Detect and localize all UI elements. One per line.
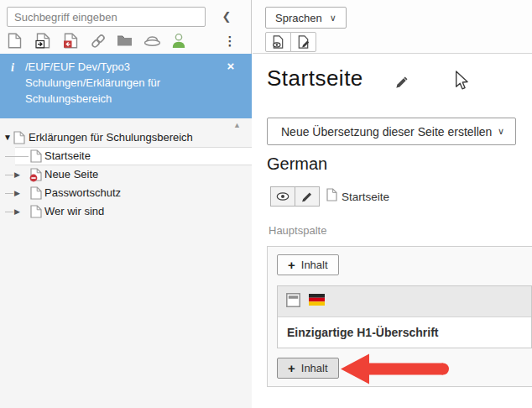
expand-arrow-icon[interactable]: ▼ — [3, 128, 12, 147]
mountpoint-icon[interactable] — [143, 33, 160, 49]
page-icon — [13, 131, 25, 148]
folder-icon[interactable] — [117, 33, 133, 49]
header-element-type-icon — [286, 293, 300, 311]
backend-user-section-icon[interactable] — [171, 33, 188, 49]
tree-item-neue-seite[interactable]: ▶ Neue Seite — [0, 165, 252, 184]
tree-item-label[interactable]: Erklärungen für Schulungsbereich — [29, 128, 193, 147]
collapse-panel-icon[interactable]: ❮ — [216, 7, 237, 27]
tree-item-label[interactable]: Neue Seite — [44, 165, 98, 184]
page-title: Startseite — [267, 65, 363, 92]
tree-item-root[interactable]: ▼ Erklärungen für Schulungsbereich — [0, 128, 252, 147]
typo3-backend-screen: ❮ ⋮ i /EUF/EUF Dev/Typo3 Schulungen/Erkl… — [0, 0, 532, 408]
tree-connector-line — [5, 193, 13, 194]
edit-title-pencil-icon[interactable] — [394, 74, 410, 94]
content-element-heading[interactable]: Einzigartige H1-Überschrift — [278, 317, 531, 348]
info-flash-text: /EUF/EUF Dev/Typo3 Schulungen/Erklärunge… — [25, 60, 211, 107]
tree-item-label[interactable]: Startseite — [44, 147, 91, 165]
close-icon[interactable]: × — [223, 59, 238, 74]
link-icon[interactable] — [90, 33, 107, 49]
eye-icon — [276, 191, 289, 202]
page-icon — [30, 205, 42, 222]
german-flag-icon — [309, 294, 325, 309]
module-docheader: Sprachen ∨ — [253, 0, 532, 54]
column-header-label: Hauptspalte — [269, 224, 326, 237]
edit-page-icon — [296, 34, 310, 50]
plus-icon: + — [288, 363, 295, 374]
hidden-page-icon — [29, 168, 43, 186]
edit-language-button[interactable] — [295, 186, 320, 207]
tree-connector-line — [5, 212, 13, 212]
view-page-icon — [271, 34, 285, 50]
current-page-label: Startseite — [342, 191, 389, 203]
page-icon — [30, 186, 42, 203]
view-webpage-button[interactable] — [265, 32, 291, 52]
language-button-group — [270, 186, 320, 207]
language-heading: German — [267, 154, 327, 174]
docheader-button-group — [265, 32, 316, 52]
tree-item-label[interactable]: Wer wir sind — [44, 202, 104, 221]
content-column: + Inhalt Einzigartige H1-Überschrift + I… — [267, 246, 532, 387]
collapsed-arrow-icon[interactable]: ▶ — [14, 165, 20, 184]
collapsed-arrow-icon[interactable]: ▶ — [14, 184, 20, 202]
new-translation-select[interactable]: Neue Übersetzung dieser Seite erstellen … — [267, 118, 516, 145]
chevron-down-icon: ∨ — [330, 13, 336, 24]
chevron-down-icon: ∨ — [498, 126, 504, 137]
new-translation-select-label: Neue Übersetzung dieser Seite erstellen — [281, 125, 492, 139]
languages-dropdown-label: Sprachen — [275, 12, 322, 24]
collapsed-arrow-icon[interactable]: ▶ — [14, 202, 20, 221]
tree-item-passwortschutz[interactable]: ▶ Passwortschutz — [0, 184, 252, 202]
add-content-label: Inhalt — [301, 259, 328, 271]
content-element[interactable]: Einzigartige H1-Überschrift — [277, 285, 532, 348]
info-icon: i — [11, 61, 14, 75]
add-content-label: Inhalt — [301, 362, 328, 374]
page-module-content: Startseite Neue Übersetzung dieser Seite… — [253, 54, 532, 408]
page-icon — [326, 188, 337, 205]
info-flash-message: i /EUF/EUF Dev/Typo3 Schulungen/Erklärun… — [0, 54, 252, 118]
mouse-cursor — [454, 71, 469, 94]
add-content-button-top[interactable]: + Inhalt — [277, 254, 339, 275]
tree-item-wer-wir-sind[interactable]: ▶ Wer wir sind — [0, 202, 252, 221]
new-page-icon[interactable] — [8, 33, 24, 49]
page-tree: ▲ ▼ Erklärungen für Schulungsbereich Sta… — [0, 118, 252, 408]
shortcut-page-icon[interactable] — [35, 33, 52, 49]
more-options-icon[interactable]: ⋮ — [222, 33, 237, 50]
plus-icon: + — [288, 259, 295, 271]
languages-dropdown-button[interactable]: Sprachen ∨ — [265, 7, 347, 29]
tutorial-red-arrow — [339, 353, 451, 390]
view-language-button[interactable] — [270, 186, 295, 207]
add-content-button-bottom[interactable]: + Inhalt — [277, 358, 339, 379]
page-icon — [30, 149, 42, 166]
tree-item-startseite[interactable]: Startseite — [0, 147, 252, 165]
search-input[interactable] — [7, 7, 206, 27]
edit-page-properties-button[interactable] — [290, 32, 316, 52]
tree-connector-line — [5, 156, 29, 157]
external-url-page-icon[interactable] — [63, 33, 80, 49]
content-element-header[interactable] — [278, 286, 531, 317]
tree-connector-line — [5, 175, 13, 175]
tree-item-label[interactable]: Passwortschutz — [44, 184, 121, 202]
pagetree-panel: ❮ ⋮ i /EUF/EUF Dev/Typo3 Schulungen/Erkl… — [0, 0, 252, 408]
pencil-icon — [300, 190, 314, 204]
